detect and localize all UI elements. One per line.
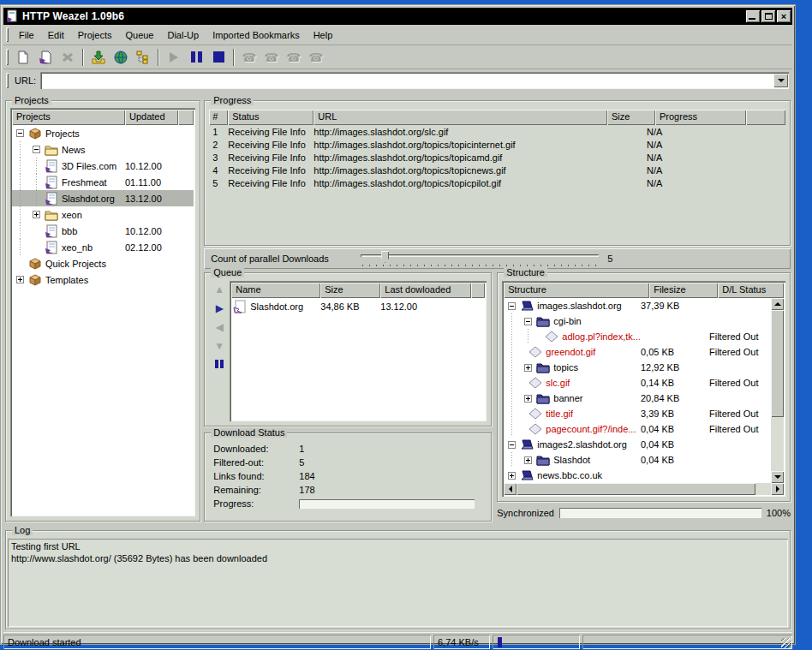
dial-button-1[interactable]: ☎	[239, 47, 260, 68]
column-header-num[interactable]: #	[209, 110, 228, 125]
scroll-down-icon[interactable]	[771, 471, 784, 483]
tree-row[interactable]: News	[12, 141, 194, 158]
expand-icon[interactable]	[524, 395, 532, 403]
structure-row[interactable]: Slashdot 0,04 KB	[504, 452, 771, 468]
start-queue-icon[interactable]: ▶	[216, 303, 224, 313]
column-header-progress[interactable]: Progress	[655, 110, 746, 125]
dial-button-4[interactable]: ☎	[306, 47, 326, 68]
scroll-up-icon[interactable]	[771, 298, 784, 310]
menu-queue[interactable]: Queue	[118, 27, 160, 43]
minimize-button[interactable]	[746, 10, 760, 22]
column-header-dl-status[interactable]: D/L Status	[718, 283, 784, 298]
table-row[interactable]: 4Receiving File Infohttp://images.slashd…	[209, 164, 785, 176]
tree-row[interactable]: Freshmeat 01.11.00	[12, 174, 194, 190]
column-header-size[interactable]: Size	[607, 110, 655, 125]
expand-icon[interactable]	[16, 276, 24, 283]
parallel-downloads-slider[interactable]	[361, 251, 599, 266]
tree-row[interactable]: Quick Projects	[12, 255, 194, 271]
tree-row[interactable]: xeo_nb 02.12.00	[12, 239, 194, 255]
scrollbar-thumb[interactable]	[516, 483, 755, 495]
menu-projects[interactable]: Projects	[71, 27, 119, 43]
structure-row[interactable]: banner 20,84 KB	[504, 391, 771, 406]
download-button[interactable]	[88, 47, 109, 68]
queue-row[interactable]: Slashdot.org 34,86 KB 13.12.00	[231, 298, 485, 314]
column-header-url[interactable]: URL	[313, 110, 607, 125]
tree-row[interactable]: 3D Files.com 10.12.00	[12, 158, 194, 174]
table-row[interactable]: 1Receiving File Infohttp://images.slashd…	[209, 125, 785, 138]
resize-grip[interactable]	[781, 638, 791, 648]
column-header-structure[interactable]: Structure	[504, 283, 649, 298]
title-bar[interactable]: HTTP Weazel 1.09b6 ×	[3, 8, 792, 25]
column-header-last-downloaded[interactable]: Last dowloaded	[380, 283, 471, 298]
collapse-icon[interactable]	[508, 302, 516, 310]
menu-file[interactable]: File	[12, 27, 41, 43]
maximize-button[interactable]	[761, 10, 775, 22]
structure-row[interactable]: cgi-bin	[504, 313, 771, 329]
url-dropdown-button[interactable]	[773, 74, 788, 87]
structure-row[interactable]: images2.slashdot.org 0,04 KB	[504, 437, 771, 452]
structure-listview[interactable]: Structure Filesize D/L Status images.sla…	[502, 281, 785, 497]
projects-listview[interactable]: Projects Updated Projects News 3D Files.…	[10, 108, 195, 516]
dial-button-3[interactable]: ☎	[284, 47, 304, 68]
column-header-size[interactable]: Size	[320, 283, 380, 298]
tree-row[interactable]: Templates	[12, 271, 194, 288]
start-button[interactable]	[164, 47, 184, 68]
move-out-icon[interactable]: ◀	[216, 322, 224, 332]
delete-button[interactable]	[57, 47, 78, 68]
column-header-updated[interactable]: Updated	[125, 110, 178, 125]
log-output[interactable]: Testing first URL http://www.slashdot.or…	[8, 539, 788, 627]
menu-gripper[interactable]	[6, 27, 9, 41]
toolbar-gripper[interactable]	[6, 49, 9, 65]
url-gripper[interactable]	[6, 73, 9, 88]
expand-icon[interactable]	[508, 472, 516, 480]
column-header-projects[interactable]: Projects	[12, 110, 125, 125]
open-project-button[interactable]	[35, 47, 56, 68]
tree-row[interactable]: bbb 10.12.00	[12, 223, 194, 239]
tree-row[interactable]: xeon	[12, 206, 194, 223]
structure-row[interactable]: adlog.pl?index,tk... Filtered Out	[504, 329, 771, 344]
new-project-button[interactable]	[13, 47, 33, 68]
menu-dialup[interactable]: Dial-Up	[160, 27, 206, 43]
horizontal-scrollbar[interactable]	[504, 483, 784, 495]
url-input[interactable]	[43, 74, 773, 87]
scrollbar-thumb[interactable]	[771, 310, 784, 417]
slider-thumb[interactable]	[381, 251, 389, 263]
menu-edit[interactable]: Edit	[41, 27, 71, 43]
collapse-icon[interactable]	[16, 129, 24, 137]
structure-row[interactable]: images.slashdot.org 37,39 KB	[504, 298, 771, 313]
structure-row[interactable]: slc.gif 0,14 KBFiltered Out	[504, 375, 771, 391]
queue-listview[interactable]: Name Size Last dowloaded Slashdot.org 34…	[230, 281, 487, 421]
table-row[interactable]: 5Receiving File Infohttp://images.slashd…	[209, 176, 785, 189]
close-button[interactable]: ×	[777, 10, 791, 22]
scroll-left-icon[interactable]	[504, 483, 516, 495]
scroll-right-icon[interactable]	[771, 483, 784, 495]
move-up-icon[interactable]: ▲	[214, 284, 224, 295]
collapse-icon[interactable]	[508, 441, 516, 449]
vertical-scrollbar[interactable]	[771, 298, 784, 483]
structure-row[interactable]: title.gif 3,39 KBFiltered Out	[504, 406, 771, 421]
collapse-icon[interactable]	[33, 146, 40, 153]
structure-view-button[interactable]	[133, 47, 153, 68]
move-down-icon[interactable]: ▼	[214, 341, 224, 351]
menu-help[interactable]: Help	[307, 27, 340, 43]
expand-icon[interactable]	[524, 456, 532, 464]
tree-row[interactable]: Projects	[12, 125, 194, 141]
pause-queue-icon[interactable]	[215, 360, 224, 368]
expand-icon[interactable]	[33, 211, 40, 218]
structure-row[interactable]: greendot.gif 0,05 KBFiltered Out	[504, 344, 771, 360]
collapse-icon[interactable]	[524, 318, 532, 325]
stop-button[interactable]	[208, 47, 229, 68]
column-header-status[interactable]: Status	[228, 110, 313, 125]
expand-icon[interactable]	[524, 364, 532, 372]
tree-row-selected[interactable]: Slashdot.org 13.12.00	[12, 190, 194, 206]
dial-button-2[interactable]: ☎	[261, 47, 282, 68]
column-header-name[interactable]: Name	[231, 283, 320, 298]
structure-row[interactable]: pagecount.gif?/inde... 0,04 KBFiltered O…	[504, 421, 771, 437]
browse-web-button[interactable]	[110, 47, 131, 68]
url-combobox[interactable]	[40, 72, 789, 89]
structure-row[interactable]: topics 12,92 KB	[504, 360, 771, 375]
menu-imported-bookmarks[interactable]: Imported Bookmarks	[206, 27, 306, 43]
table-row[interactable]: 3Receiving File Infohttp://images.slashd…	[209, 151, 785, 164]
table-row[interactable]: 2Receiving File Infohttp://images.slashd…	[209, 138, 785, 151]
pause-button[interactable]	[186, 47, 206, 68]
